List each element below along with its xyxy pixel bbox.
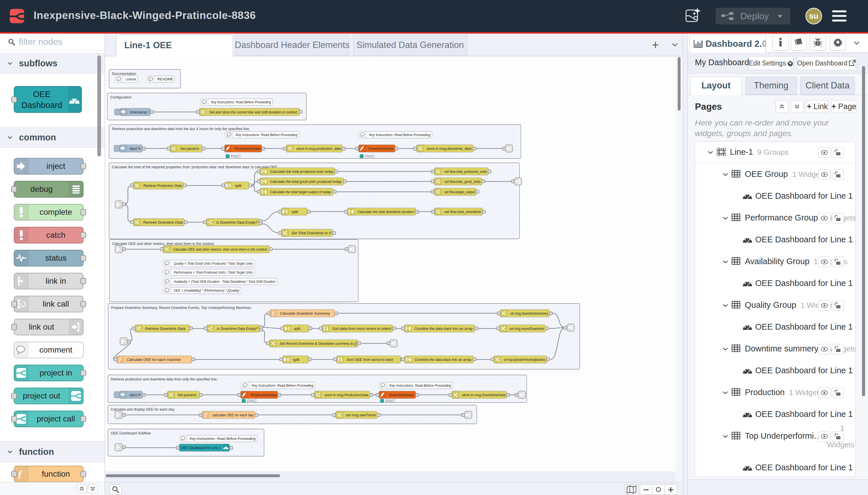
svg-text:set flow.total_downtime: set flow.total_downtime xyxy=(444,210,481,214)
svg-text:split: split xyxy=(291,210,298,214)
svg-text:set msg.oeeTrend: set msg.oeeTrend xyxy=(346,413,376,417)
svg-text:Calculate the total downtime d: Calculate the total downtime duration xyxy=(357,210,414,214)
svg-text:Is Downtime Data Empty?: Is Downtime Data Empty? xyxy=(217,326,258,331)
svg-text:set msg.downtimeSummery: set msg.downtimeSummery xyxy=(510,311,548,315)
svg-text:Calculate the total of the req: Calculate the total of the required prop… xyxy=(112,165,278,169)
svg-text:RWC: RWC xyxy=(231,154,241,158)
svg-text:Calculate OEE for each machine: Calculate OEE for each machine xyxy=(126,357,181,362)
svg-text:OEE Dashboard for Line 1: OEE Dashboard for Line 1 xyxy=(181,446,221,450)
svg-text:RWC: RWC xyxy=(365,154,375,158)
svg-text:Prepare Downtime Summary, Rece: Prepare Downtime Summary, Recent Downtim… xyxy=(111,306,251,310)
svg-text:Retrieve Production Data: Retrieve Production Data xyxy=(143,184,182,188)
svg-text:set flow.total_good_units: set flow.total_good_units xyxy=(444,180,481,184)
svg-text:inject ↻: inject ↻ xyxy=(129,393,141,397)
svg-text:inject ↻: inject ↻ xyxy=(129,147,141,151)
svg-text:RWC: RWC xyxy=(385,398,396,403)
svg-text:Documentation: Documentation xyxy=(112,72,136,76)
svg-text:split: split xyxy=(294,326,300,331)
svg-text:Calculate the total produced u: Calculate the total produced units today xyxy=(270,169,334,174)
svg-text:set msg.topUnderPerformingMach: set msg.topUnderPerformingMachines xyxy=(504,357,545,362)
svg-text:Combine the data back into an: Combine the data back into an array. xyxy=(414,326,473,331)
svg-text:Set params: Set params xyxy=(180,147,199,151)
svg-text:store in msg.downtime_data: store in msg.downtime_data xyxy=(427,147,472,151)
svg-text:OEE = (Availability) * (Perfor: OEE = (Availability) * (Performance) * (… xyxy=(174,288,239,293)
svg-text:timestamp ¹: timestamp ¹ xyxy=(130,110,149,114)
svg-text:Set params: Set params xyxy=(177,393,197,397)
svg-text:Calculate the total target out: Calculate the total target output of tod… xyxy=(270,190,331,194)
svg-text:DowntimeData: DowntimeData xyxy=(389,393,413,397)
svg-text:ProductionData: ProductionData xyxy=(235,147,260,151)
svg-text:Calculate OEE and other metric: Calculate OEE and other metrics, then st… xyxy=(173,247,268,252)
svg-text:DowntimeData: DowntimeData xyxy=(368,147,393,151)
svg-text:Set and store the current line: Set and store the current line and shift… xyxy=(209,110,298,114)
svg-text:Retrieve Downtime Data: Retrieve Downtime Data xyxy=(143,220,183,224)
svg-text:Key Instructions: Read Before: Key Instructions: Read Before Proceeding xyxy=(211,100,271,104)
svg-text:set flow.target_output: set flow.target_output xyxy=(444,190,475,194)
svg-text:Retrieve production and downti: Retrieve production and downtime data fr… xyxy=(112,127,250,131)
svg-text:store in msg.DowntimeData: store in msg.DowntimeData xyxy=(462,393,505,397)
svg-text:store in msg.production_data: store in msg.production_data xyxy=(296,147,341,151)
svg-text:Calculate and display OEE for: Calculate and display OEE for each day. xyxy=(111,407,175,411)
svg-text:Calculate the total good units: Calculate the total good units produced … xyxy=(270,180,342,184)
svg-text:Calculate OEE and other metric: Calculate OEE and other metrics, then st… xyxy=(112,242,215,246)
svg-text:calculate OEE for each day: calculate OEE for each day xyxy=(212,413,254,417)
svg-text:Set Total Downtime to 0: Set Total Downtime to 0 xyxy=(291,231,331,235)
svg-text:Performance = Total Produced U: Performance = Total Produced Units / Tot… xyxy=(174,270,253,274)
svg-text:store in msg.ProductionData: store in msg.ProductionData xyxy=(324,393,368,397)
svg-text:Availavity = (Total Shift Dura: Availavity = (Total Shift Duration - Tot… xyxy=(173,279,276,284)
svg-text:Combine the data back into an: Combine the data back into an array. xyxy=(415,357,472,362)
svg-text:split: split xyxy=(235,184,242,188)
svg-text:Sort OEE from worst to best: Sort OEE from worst to best xyxy=(346,357,393,362)
svg-text:f: f xyxy=(18,469,22,479)
svg-text:Key Instructions: Read Before: Key Instructions: Read Before Proceeding xyxy=(190,437,256,441)
svg-text:set msg.recentDowntime: set msg.recentDowntime xyxy=(509,326,544,331)
svg-text:Retrieve production and downti: Retrieve production and downtime data fr… xyxy=(111,377,218,381)
svg-text:RWC: RWC xyxy=(247,398,257,403)
svg-text:License: License xyxy=(125,77,136,81)
svg-text:Key Instructions: Read Before: Key Instructions: Read Before Proceeding xyxy=(236,133,298,137)
svg-text:Key Instructions: Read Before: Key Instructions: Read Before Proceeding xyxy=(252,383,314,388)
svg-text:Retrieve Downtime Data: Retrieve Downtime Data xyxy=(145,326,186,331)
svg-text:OEE Dashboard Subflow: OEE Dashboard Subflow xyxy=(111,431,151,435)
svg-text:Sort data from most recent to: Sort data from most recent to oldest xyxy=(332,326,392,331)
svg-text:Is Downtime Data Empty?: Is Downtime Data Empty? xyxy=(216,220,258,224)
svg-text:Key Instructions: Read Before: Key Instructions: Read Before Proceeding xyxy=(369,133,431,137)
svg-text:Key Instructions: Read Before: Key Instructions: Read Before Proceeding xyxy=(389,383,452,388)
svg-text:README: README xyxy=(157,77,173,81)
svg-text:set flow.total_produced_units: set flow.total_produced_units xyxy=(444,169,487,174)
svg-text:Calculate Downtime Summery: Calculate Downtime Summery xyxy=(280,311,330,315)
svg-text:split: split xyxy=(293,357,300,362)
svg-text:Configuration: Configuration xyxy=(110,95,132,99)
svg-text:Quality = Total Good Units Pro: Quality = Total Good Units Produced / To… xyxy=(174,261,253,266)
svg-text:ProductionData: ProductionData xyxy=(250,393,276,397)
svg-text:Set Recent Downtime & Downtime: Set Recent Downtime & Downtime summery t… xyxy=(280,341,357,346)
